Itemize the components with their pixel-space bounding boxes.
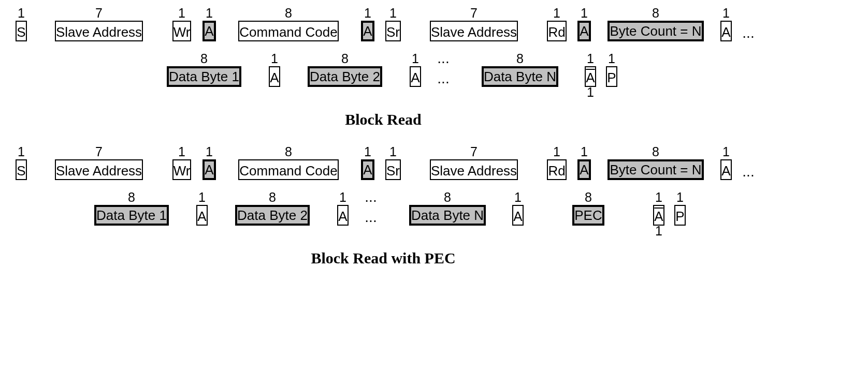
spacer [144,87,264,101]
block-read-pec-diagram: 1 S 7 Slave Address 1 Wr 1 A 8 Command C… [10,144,868,267]
spacer [331,226,354,240]
nack-cell: A [653,205,664,226]
bit-count: 8 [285,51,405,66]
bit-count: 1 [507,189,529,205]
stop-bit-cell: P [674,205,685,226]
bit-count: 7 [31,144,167,159]
spacer [507,226,529,240]
spacer [737,5,756,21]
bit-count: 1 [669,189,691,205]
bit-count: 1 [579,51,602,66]
block-read-pec-caption: Block Read with PEC [10,249,756,267]
bit-count: 1 [331,189,354,205]
block-read-pec-row2: 8 Data Byte 1 1 A 8 Data Byte 2 1 A ... [71,189,868,240]
block-read-diagram: 1 S 7 Slave Address 1 Wr 1 A 8 Command C… [10,5,868,128]
spacer [387,226,508,240]
block-read-row2: 8 Data Byte 1 1 A 8 Data Byte 2 1 A ... [144,51,868,101]
continuation-dots-cell: ... [739,159,754,180]
ack-cell: A [202,21,215,41]
spacer [191,226,213,240]
data-byte-n-cell: Data Byte N [482,66,558,87]
repeated-start-cell: Sr [385,21,401,41]
bit-count: 1 [10,144,32,159]
continuation-dots-cell: ... [437,66,449,87]
data-byte-1-cell: Data Byte 1 [167,66,241,87]
bit-count: 8 [596,144,716,159]
spacer [285,87,405,101]
spacer [737,144,756,159]
ack-cell: A [269,66,280,87]
spacer [354,226,387,240]
bit-count: 1 [191,189,213,205]
ack-cell: A [361,159,374,180]
bit-count: 1 [715,5,737,21]
ack-cell: A [512,205,523,226]
slave-address-cell: Slave Address [55,159,143,180]
spacer [404,87,427,101]
block-read-row1: 1 S 7 Slave Address 1 Wr 1 A 8 Command C… [10,5,868,41]
bit-count: 8 [221,144,356,159]
bit-count: 1 [166,144,198,159]
ack-cell: A [577,159,590,180]
bit-count: 8 [221,5,356,21]
start-bit-cell: S [16,21,26,41]
bit-count: 1 [197,5,222,21]
ack-cell: A [202,159,215,180]
bit-count: 1 [715,144,737,159]
spacer [528,226,648,240]
bit-count: 1 [601,51,623,66]
ack-cell: A [410,66,421,87]
bit-count: 1 [404,51,427,66]
bit-count: 1 [572,144,597,159]
bit-count: 8 [528,189,648,205]
spacer [669,226,691,240]
nack-annotation: 1 [647,226,670,240]
bit-count: 1 [647,189,670,205]
bit-count: 7 [31,5,167,21]
byte-count-cell: Byte Count = N [607,21,703,41]
continuation-dots-bits: ... [354,189,387,205]
bit-count: 8 [460,51,580,66]
bit-count: 1 [355,144,380,159]
bit-count: 1 [379,5,407,21]
ack-cell: A [720,159,731,180]
diagram-root: 1 S 7 Slave Address 1 Wr 1 A 8 Command C… [0,0,868,293]
continuation-dots-bits: ... [427,51,460,66]
byte-count-cell: Byte Count = N [607,159,703,180]
repeated-start-cell: Sr [385,159,401,180]
bit-count: 8 [71,189,192,205]
stop-bit-cell: P [606,66,617,87]
slave-address-cell: Slave Address [55,21,143,41]
slave-address-cell: Slave Address [430,21,518,41]
nack-annotation: 1 [579,87,602,101]
bit-count: 8 [144,51,264,66]
bit-count: 7 [406,144,542,159]
data-byte-1-cell: Data Byte 1 [94,205,169,226]
write-bit-cell: Wr [172,21,192,41]
spacer [460,87,580,101]
spacer [601,87,623,101]
spacer [71,226,192,240]
data-byte-2-cell: Data Byte 2 [235,205,310,226]
ack-cell: A [720,21,731,41]
data-byte-n-cell: Data Byte N [409,205,486,226]
ack-cell: A [361,21,374,41]
spacer [427,87,460,101]
bit-count: 1 [541,5,573,21]
read-bit-cell: Rd [547,159,566,180]
command-code-cell: Command Code [238,21,338,41]
spacer [212,226,332,240]
read-bit-cell: Rd [547,21,566,41]
bit-count: 1 [379,144,407,159]
bit-count: 8 [212,189,332,205]
continuation-dots-cell: ... [365,205,377,226]
bit-count: 8 [387,189,508,205]
bit-count: 7 [406,5,542,21]
block-read-caption: Block Read [10,111,756,128]
ack-cell: A [337,205,348,226]
ack-cell: A [577,21,590,41]
ack-cell: A [196,205,207,226]
nack-cell: A [585,66,596,87]
bit-count: 1 [355,5,380,21]
bit-count: 1 [572,5,597,21]
